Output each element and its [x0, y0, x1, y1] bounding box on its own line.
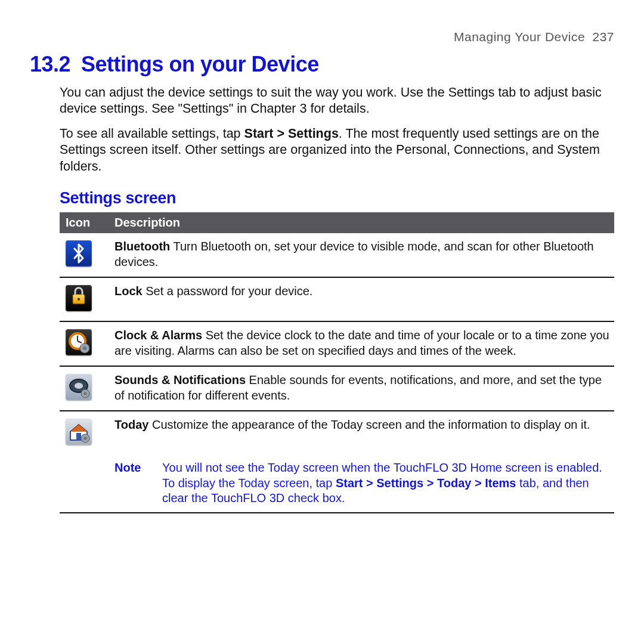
- manual-page: Managing Your Device 237 13.2Settings on…: [0, 0, 644, 644]
- running-head-title: Managing Your Device: [454, 30, 585, 44]
- section-number: 13.2: [30, 52, 70, 76]
- table-row: Today Customize the appearance of the To…: [60, 411, 614, 455]
- intro-paragraphs: You can adjust the device settings to su…: [60, 85, 614, 175]
- section-heading-text: Settings on your Device: [81, 52, 319, 76]
- row-title: Bluetooth: [114, 240, 170, 253]
- row-desc: Customize the appearance of the Today sc…: [148, 418, 590, 431]
- settings-table: Icon Description Bluetooth Turn Bluetoot…: [60, 212, 614, 513]
- start-settings-path: Start > Settings: [244, 126, 339, 141]
- running-head-page: 237: [592, 30, 614, 44]
- row-desc: Turn Bluetooth on, set your device to vi…: [114, 240, 594, 268]
- today-icon: [66, 419, 92, 445]
- intro-p1: You can adjust the device settings to su…: [60, 85, 614, 117]
- svg-point-6: [83, 346, 86, 350]
- svg-rect-11: [76, 433, 81, 440]
- svg-point-10: [83, 392, 86, 395]
- table-row: Clock & Alarms Set the device clock to t…: [60, 321, 614, 366]
- table-row: Sounds & Notifications Enable sounds for…: [60, 366, 614, 411]
- row-title: Sounds & Notifications: [114, 373, 246, 386]
- table-row: Lock Set a password for your device.: [60, 277, 614, 322]
- running-head: Managing Your Device 237: [30, 30, 614, 44]
- note-label: Note: [114, 460, 161, 506]
- sounds-notifications-icon: [66, 374, 92, 400]
- intro-p2: To see all available settings, tap Start…: [60, 126, 614, 175]
- svg-point-13: [83, 436, 86, 439]
- row-title: Lock: [114, 284, 143, 298]
- note-path: Start > Settings > Today > Items: [336, 476, 516, 490]
- table-row: Bluetooth Turn Bluetooth on, set your de…: [60, 233, 614, 277]
- settings-screen-subhead: Settings screen: [60, 189, 614, 208]
- section-title: 13.2Settings on your Device: [30, 52, 614, 76]
- col-header-description: Description: [109, 212, 614, 233]
- clock-alarms-icon: [66, 329, 92, 355]
- col-header-icon: Icon: [60, 212, 109, 233]
- row-title: Clock & Alarms: [114, 329, 202, 342]
- lock-icon: [66, 285, 92, 311]
- note-body: You will not see the Today screen when t…: [162, 460, 609, 506]
- row-desc: Set a password for your device.: [143, 284, 313, 298]
- note-row: Note You will not see the Today screen w…: [60, 454, 614, 513]
- svg-point-1: [78, 298, 80, 300]
- svg-point-8: [75, 383, 83, 389]
- bluetooth-icon: [66, 240, 92, 267]
- row-title: Today: [114, 418, 148, 431]
